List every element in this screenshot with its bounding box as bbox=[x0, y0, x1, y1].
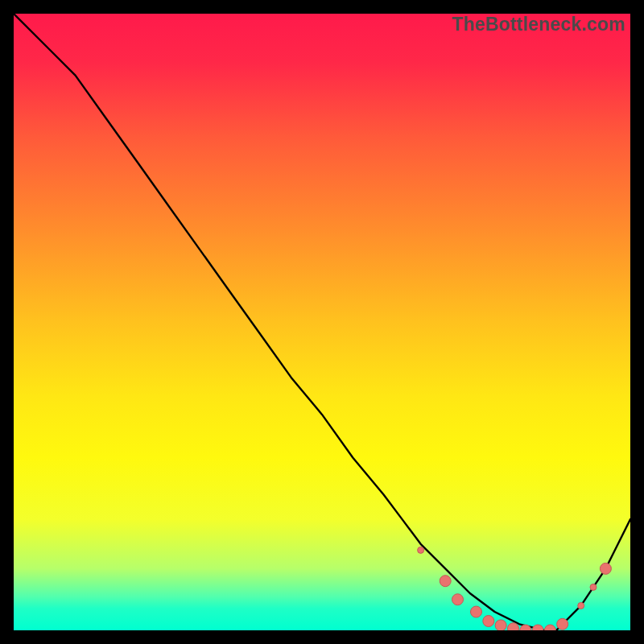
marker-point bbox=[600, 563, 611, 574]
marker-point bbox=[578, 602, 584, 609]
marker-point bbox=[590, 584, 597, 590]
chart-frame: TheBottleneck.com bbox=[0, 0, 644, 644]
marker-point bbox=[495, 620, 506, 630]
plot-area: TheBottleneck.com bbox=[14, 14, 630, 630]
watermark-text: TheBottleneck.com bbox=[452, 14, 625, 35]
marker-point bbox=[440, 576, 451, 587]
marker-point bbox=[508, 623, 519, 630]
gradient-background bbox=[14, 14, 630, 630]
marker-point bbox=[452, 594, 464, 605]
marker-point bbox=[471, 606, 482, 617]
marker-point bbox=[483, 616, 494, 627]
marker-point bbox=[418, 547, 424, 553]
chart-svg bbox=[14, 14, 630, 630]
marker-point bbox=[557, 618, 568, 630]
